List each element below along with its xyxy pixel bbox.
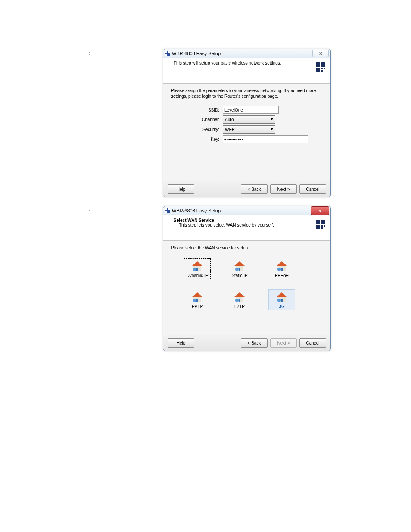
house-icon	[234, 292, 246, 303]
colon-marker-a: :	[89, 51, 90, 55]
service-label: 3G	[279, 304, 284, 309]
window-title: WBR-6803 Easy Setup	[172, 51, 221, 56]
service-label: Dynamic IP	[186, 273, 208, 278]
close-button[interactable]: ✕	[312, 50, 329, 57]
instruction-text: Please assign the parameters to your wir…	[171, 88, 323, 99]
channel-value: Auto	[225, 117, 234, 122]
service-l2tp[interactable]: L2TP	[226, 289, 253, 310]
svg-rect-5	[321, 62, 325, 67]
header-subtext: This step lets you select WAN service by…	[174, 223, 326, 227]
colon-marker-b: :	[89, 207, 90, 211]
service-label: PPTP	[192, 304, 203, 309]
next-button: Next >	[270, 338, 297, 348]
key-row: Key:	[171, 135, 323, 143]
svg-rect-18	[324, 225, 325, 227]
page: : : WBR-6803 Easy Setup ✕ This step will…	[0, 0, 411, 532]
header-band: Select WAN Service This step lets you se…	[163, 215, 330, 241]
ssid-label: SSID:	[171, 108, 223, 112]
footer: Help < Back Next > Cancel	[163, 335, 330, 351]
service-label: Static IP	[231, 273, 247, 278]
house-icon	[191, 292, 203, 303]
cancel-button[interactable]: Cancel	[299, 338, 326, 348]
svg-point-39	[235, 299, 239, 302]
service-dynamic-ip[interactable]: Dynamic IP	[184, 258, 211, 279]
svg-rect-16	[316, 225, 320, 229]
key-label: Key:	[171, 137, 223, 142]
brand-logo-icon	[316, 220, 325, 229]
close-icon: x	[319, 208, 321, 213]
header-band: This step will setup your basic wireless…	[163, 58, 330, 84]
svg-rect-19	[321, 227, 323, 229]
service-static-ip[interactable]: Static IP	[226, 258, 253, 279]
svg-rect-4	[316, 62, 320, 67]
body-area: Please select the WAN service for setup …	[163, 241, 330, 339]
service-3g[interactable]: 3G	[268, 289, 295, 310]
service-pptp[interactable]: PPTP	[184, 289, 211, 310]
svg-rect-6	[316, 68, 320, 72]
titlebar: WBR-6803 Easy Setup x	[163, 206, 330, 215]
svg-rect-14	[316, 220, 320, 224]
channel-row: Channel: Auto	[171, 115, 323, 124]
svg-point-27	[235, 268, 239, 271]
svg-rect-8	[324, 68, 325, 69]
cancel-button[interactable]: Cancel	[299, 184, 326, 194]
ssid-input[interactable]	[223, 106, 279, 114]
svg-rect-12	[168, 208, 170, 210]
back-button[interactable]: < Back	[241, 338, 268, 348]
window-title: WBR-6803 Easy Setup	[172, 208, 221, 213]
header-bold: Select WAN Service	[174, 218, 326, 223]
help-button[interactable]: Help	[168, 184, 194, 194]
close-button[interactable]: x	[311, 206, 329, 215]
svg-rect-22	[196, 268, 198, 271]
close-icon: ✕	[319, 51, 323, 56]
app-icon	[165, 208, 170, 213]
svg-rect-13	[165, 211, 167, 213]
security-value: WEP	[225, 127, 235, 132]
svg-marker-40	[277, 292, 287, 297]
house-icon	[234, 261, 246, 272]
svg-rect-38	[239, 299, 240, 302]
house-icon	[191, 261, 203, 272]
back-button[interactable]: < Back	[241, 184, 268, 194]
service-pppoe[interactable]: PPPoE	[268, 258, 295, 279]
next-button[interactable]: Next >	[270, 184, 297, 194]
svg-marker-20	[192, 261, 202, 266]
security-select[interactable]: WEP	[223, 125, 275, 134]
svg-point-31	[277, 268, 281, 271]
svg-rect-17	[321, 225, 323, 227]
ssid-row: SSID:	[171, 106, 323, 114]
svg-marker-36	[234, 292, 245, 297]
svg-rect-3	[165, 54, 167, 56]
svg-rect-34	[196, 299, 198, 302]
key-input[interactable]	[223, 135, 308, 143]
service-label: L2TP	[234, 304, 245, 309]
svg-rect-11	[165, 208, 167, 210]
svg-point-43	[277, 299, 281, 302]
channel-label: Channel:	[171, 117, 223, 122]
svg-rect-15	[321, 220, 325, 224]
footer: Help < Back Next > Cancel	[163, 181, 330, 197]
svg-rect-1	[165, 51, 167, 53]
house-icon	[276, 261, 288, 272]
svg-rect-2	[168, 51, 170, 53]
wan-service-window: WBR-6803 Easy Setup x Select WAN Service…	[163, 206, 331, 351]
svg-rect-9	[321, 70, 323, 72]
svg-point-35	[193, 299, 196, 302]
svg-marker-24	[234, 261, 245, 266]
svg-rect-26	[239, 268, 240, 271]
house-icon	[276, 292, 288, 303]
header-subtext: This step will setup your basic wireless…	[174, 61, 326, 65]
svg-rect-7	[321, 68, 323, 69]
brand-logo-icon	[316, 62, 325, 72]
svg-marker-28	[277, 261, 287, 266]
app-icon	[165, 51, 170, 56]
titlebar: WBR-6803 Easy Setup ✕	[163, 49, 330, 58]
help-button[interactable]: Help	[168, 338, 194, 348]
svg-point-23	[193, 268, 196, 271]
service-grid: Dynamic IP Static IP PPPoE PPTP L2TP	[171, 255, 323, 314]
svg-rect-42	[281, 299, 283, 302]
wireless-settings-window: WBR-6803 Easy Setup ✕ This step will set…	[163, 49, 331, 197]
service-label: PPPoE	[275, 273, 289, 278]
security-row: Security: WEP	[171, 125, 323, 134]
channel-select[interactable]: Auto	[223, 115, 275, 124]
